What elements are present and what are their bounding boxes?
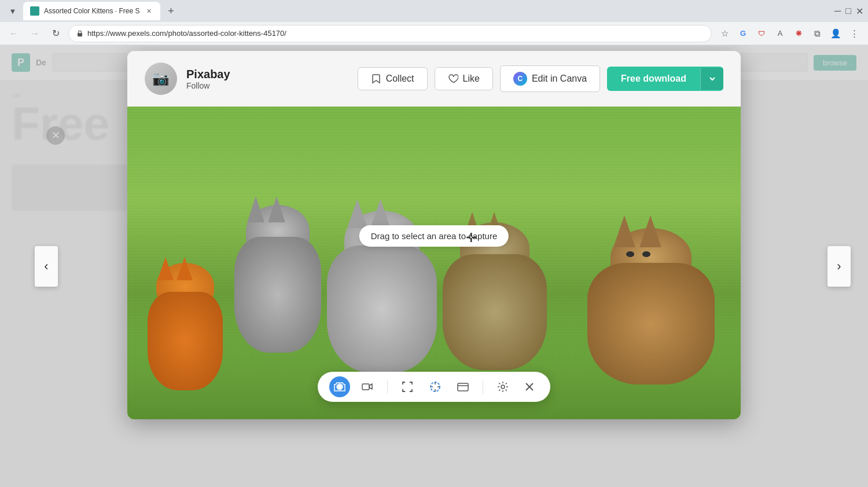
browser-content: P De browse cat Free ✕ ‹ › bbox=[0, 45, 868, 487]
capture-close-button[interactable] bbox=[520, 378, 539, 396]
download-label: Free download bbox=[607, 67, 700, 91]
photographer-avatar: 📷 bbox=[145, 63, 177, 95]
region-capture-button[interactable] bbox=[425, 376, 446, 397]
address-bar[interactable]: https://www.pexels.com/photo/assorted-co… bbox=[68, 25, 712, 42]
screenshot-button[interactable] bbox=[329, 376, 350, 397]
tab-bar: ▼ Assorted Color Kittens · Free S ✕ + bbox=[5, 2, 832, 20]
browser-toolbar: ← → ↻ https://www.pexels.com/photo/assor… bbox=[0, 22, 868, 45]
svg-rect-9 bbox=[458, 383, 468, 391]
lock-icon bbox=[76, 30, 84, 38]
toolbar-divider-2 bbox=[483, 380, 483, 394]
tooltip-text: Drag to select an area to capture bbox=[371, 231, 497, 241]
close-icon bbox=[525, 382, 534, 391]
forward-button[interactable]: → bbox=[27, 25, 43, 42]
browser-titlebar: ▼ Assorted Color Kittens · Free S ✕ + ─ … bbox=[0, 0, 868, 22]
avatar-image: 📷 bbox=[145, 63, 177, 95]
download-dropdown-arrow[interactable] bbox=[700, 68, 723, 90]
modal-overlay: 📷 Pixabay Follow Collect bbox=[0, 45, 868, 487]
photographer-info: Pixabay Follow bbox=[186, 68, 230, 90]
extension-icon-2[interactable]: 🛡 bbox=[753, 25, 770, 42]
video-icon bbox=[362, 381, 373, 393]
edit-in-canva-button[interactable]: C Edit in Canva bbox=[500, 65, 600, 92]
camera-capture-icon bbox=[334, 381, 345, 393]
bookmark-button[interactable]: ☆ bbox=[716, 25, 733, 42]
left-arrow-icon: ‹ bbox=[44, 259, 48, 274]
extension-icon-3[interactable]: A bbox=[772, 25, 788, 42]
collect-button[interactable]: Collect bbox=[358, 67, 428, 90]
modal-header: 📷 Pixabay Follow Collect bbox=[127, 51, 741, 107]
settings-button[interactable] bbox=[492, 376, 513, 397]
canva-icon: C bbox=[513, 72, 527, 86]
toolbar-divider-1 bbox=[387, 380, 388, 394]
extensions-button[interactable]: ⧉ bbox=[809, 25, 825, 42]
new-tab-button[interactable]: + bbox=[163, 3, 179, 19]
svg-point-1 bbox=[337, 385, 342, 389]
tab-close-button[interactable]: ✕ bbox=[144, 6, 153, 16]
header-actions: Collect Like C Edit in Canva bbox=[358, 65, 723, 92]
tab-favicon bbox=[30, 6, 39, 16]
refresh-button[interactable]: ↻ bbox=[47, 25, 64, 42]
collect-label: Collect bbox=[386, 74, 414, 84]
toolbar-actions: ☆ G 🛡 A ❋ ⧉ 👤 ⋮ bbox=[716, 25, 862, 42]
canva-label: Edit in Canva bbox=[532, 74, 587, 84]
photo-modal: 📷 Pixabay Follow Collect bbox=[127, 51, 741, 419]
svg-rect-0 bbox=[78, 33, 82, 36]
camera-icon: 📷 bbox=[152, 71, 170, 87]
video-capture-button[interactable] bbox=[357, 376, 378, 397]
drag-tooltip: Drag to select an area to capture bbox=[359, 225, 509, 247]
settings-icon bbox=[497, 381, 509, 393]
capture-toolbar bbox=[318, 372, 550, 402]
url-text: https://www.pexels.com/photo/assorted-co… bbox=[87, 29, 286, 38]
extension-icon-4[interactable]: ❋ bbox=[790, 25, 807, 42]
target-select-icon bbox=[429, 380, 442, 393]
back-button[interactable]: ← bbox=[6, 25, 22, 42]
svg-rect-3 bbox=[362, 384, 369, 390]
photo-container[interactable]: Drag to select an area to capture ✛ bbox=[127, 107, 741, 419]
like-label: Like bbox=[463, 74, 480, 84]
browser-frame: ▼ Assorted Color Kittens · Free S ✕ + ─ … bbox=[0, 0, 868, 487]
profile-button[interactable]: 👤 bbox=[827, 25, 844, 42]
window-controls: ─ □ ✕ bbox=[834, 6, 863, 17]
tab-title: Assorted Color Kittens · Free S bbox=[44, 7, 139, 15]
maximize-button[interactable]: □ bbox=[845, 6, 851, 16]
tab-list-button[interactable]: ▼ bbox=[5, 3, 21, 19]
chevron-down-icon bbox=[708, 75, 716, 83]
heart-icon bbox=[448, 74, 458, 84]
fullscreen-icon bbox=[402, 381, 413, 393]
follow-button[interactable]: Follow bbox=[186, 81, 230, 90]
prev-photo-button[interactable]: ‹ bbox=[35, 246, 58, 287]
close-window-button[interactable]: ✕ bbox=[856, 6, 863, 17]
extension-icon-1[interactable]: G bbox=[735, 25, 751, 42]
window-capture-button[interactable] bbox=[453, 376, 473, 397]
free-download-button[interactable]: Free download bbox=[607, 67, 723, 91]
svg-point-11 bbox=[501, 385, 505, 389]
next-photo-button[interactable]: › bbox=[827, 246, 851, 287]
menu-button[interactable]: ⋮ bbox=[846, 25, 862, 42]
window-icon bbox=[457, 381, 469, 393]
bookmark-icon bbox=[371, 74, 381, 84]
full-capture-button[interactable] bbox=[397, 376, 418, 397]
right-arrow-icon: › bbox=[837, 259, 841, 274]
active-tab[interactable]: Assorted Color Kittens · Free S ✕ bbox=[23, 2, 160, 20]
like-button[interactable]: Like bbox=[435, 67, 493, 90]
minimize-button[interactable]: ─ bbox=[834, 6, 841, 16]
photographer-name: Pixabay bbox=[186, 68, 230, 81]
